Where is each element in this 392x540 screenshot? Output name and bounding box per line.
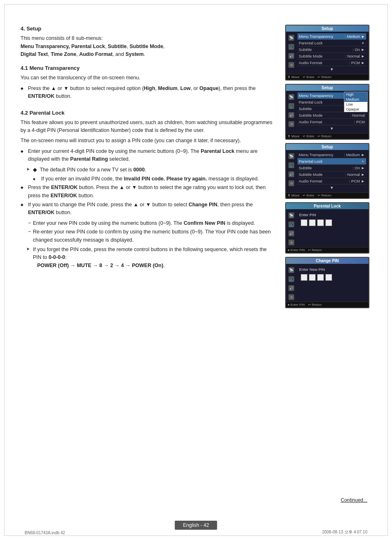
icon-gear2: ⚙	[288, 121, 294, 127]
continued-label: Continued...	[341, 497, 367, 503]
screen-3-bottom: ⬆ Move ↵ Enter ↩ Return	[286, 192, 369, 198]
pin-box-3	[317, 219, 324, 226]
page-number: English - 42	[175, 521, 217, 530]
section-4: 4. Setup This menu consists of 8 sub-men…	[21, 25, 273, 58]
section-4-submenus-bold: Menu Transparency, Parental Lock	[21, 44, 105, 49]
icon-gear4: ⚙	[288, 240, 294, 245]
screen-3-icons: 📡 📺 🔊 ⚙	[288, 152, 296, 191]
dropdown-opaque: Opaque	[344, 107, 367, 112]
screen-3-move: ⬆ Move	[288, 194, 300, 197]
section-4-2-bullet-3: If you want to change the PIN code, pres…	[21, 201, 273, 217]
screen-3-title: Setup	[286, 144, 369, 150]
screen-3-item-5: Audio Format: PCM ►	[297, 178, 366, 185]
screen-1-return: ↩ Return	[318, 75, 331, 79]
section-4-2-sub-3: If you forget the PIN code, press the re…	[21, 246, 273, 270]
screen-2-title: Setup	[286, 85, 369, 91]
icon-sound1: 🔊	[288, 53, 294, 59]
screen-2-move: ⬆ Move	[288, 134, 300, 138]
screen-3-return: ↩ Return	[318, 194, 331, 197]
screen-1-arrow-down: ▼	[297, 66, 366, 72]
screen-4-return: ↩ Return	[308, 248, 322, 252]
screens-column: Setup 📡 📺 🔊 ⚙ Menu Transparency: Medium …	[285, 25, 371, 515]
icon-sound5: 🔊	[288, 285, 294, 291]
screen-4-enter-pin-label: Enter PIN	[299, 212, 364, 217]
screen-1-item-3: Subtitle: On ►	[297, 46, 366, 53]
screen-3-item-4: Subtitle Mode: Normal ►	[297, 171, 366, 178]
dropdown-high: High	[344, 92, 367, 97]
screen-3-item-1: Menu Transparency: Medium ►	[297, 152, 366, 158]
screen-3-arrow-down: ▼	[297, 185, 366, 191]
pin-box-2	[309, 219, 316, 226]
screen-3-item-2: Parental Lock►	[297, 158, 366, 165]
section-4-2-heading: 4.2 Parental Lock	[21, 109, 273, 117]
screen-5: Change PIN 📡 📺 🔊 ⚙ Enter New PIN	[285, 257, 369, 308]
pin-box-5-4	[325, 274, 332, 281]
section-4-2-bullets2: Press the ENTER/OK button. Press the ▲ o…	[21, 184, 273, 217]
screen-4-pin-area: Enter PIN	[297, 211, 366, 245]
screen-1-item-1: Menu Transparency: Medium ►	[297, 33, 366, 40]
screen-5-enter-pin: ● Enter PIN	[288, 303, 305, 307]
dropdown-medium: Medium	[344, 97, 367, 102]
screen-3-menu: Menu Transparency: Medium ► Parental Loc…	[297, 152, 366, 191]
section-4-1-heading: 4.1 Menu Transparency	[21, 64, 273, 72]
pin-box-5-2	[309, 274, 316, 281]
section-4-1-bullet-1: Press the ▲ or ▼ button to select requir…	[21, 85, 273, 101]
section-4-2-dash-1: Enter your new PIN code by using the num…	[21, 219, 273, 227]
icon-antenna4: 📡	[288, 212, 294, 218]
section-4-2: 4.2 Parental Lock This feature allows yo…	[21, 109, 273, 270]
section-4-2-bullet-2: Press the ENTER/OK button. Press the ▲ o…	[21, 184, 273, 200]
screen-1-move: ⬆ Move	[288, 75, 300, 79]
section-4-2-sub-1: ◆ The default PIN code for a new TV set …	[21, 166, 273, 174]
screen-2-return: ↩ Return	[318, 134, 331, 138]
screen-1-icons: 📡 📺 🔊 ⚙	[288, 33, 296, 72]
icon-gear5: ⚙	[288, 294, 294, 300]
icon-sound3: 🔊	[288, 171, 294, 177]
section-4-2-bullets: Enter your current 4-digit PIN code by u…	[21, 148, 273, 164]
screen-2-icons: 📡 📺 🔊 ⚙	[288, 92, 296, 132]
screen-5-return: ↩ Return	[308, 303, 322, 307]
screen-5-bottom: ● Enter PIN ↩ Return	[286, 302, 369, 307]
screen-5-pin-boxes	[299, 274, 364, 281]
pin-box-1	[301, 219, 307, 226]
section-4-2-sub-2: If you enter an invalid PIN code, the In…	[21, 175, 273, 183]
screen-2-enter: ↵ Enter	[303, 134, 314, 138]
screen-1-enter: ↵ Enter	[303, 75, 314, 79]
screen-3-enter: ↵ Enter	[303, 194, 314, 197]
icon-gear1: ⚙	[288, 62, 294, 68]
screen-4-pin-boxes	[299, 219, 364, 226]
screen-5-pin-area: Enter New PIN	[297, 265, 366, 300]
screen-4: Parental Lock 📡 📺 🔊 ⚙ Enter PIN	[285, 202, 369, 254]
section-4-1-desc: You can set the translucency of the on-s…	[21, 74, 273, 82]
pin-box-5-3	[317, 274, 324, 281]
screen-2: Setup 📡 📺 🔊 ⚙ Menu Transparency Parental…	[285, 84, 369, 140]
icon-sound4: 🔊	[288, 231, 294, 236]
screen-1: Setup 📡 📺 🔊 ⚙ Menu Transparency: Medium …	[285, 25, 369, 81]
section-4-1-bullets: Press the ▲ or ▼ button to select requir…	[21, 85, 273, 101]
icon-sound2: 🔊	[288, 112, 294, 118]
screen-5-enter-pin-label: Enter New PIN	[299, 267, 364, 272]
icon-tv1: 📺	[288, 44, 294, 50]
screen-1-bottom: ⬆ Move ↵ Enter ↩ Return	[286, 74, 369, 80]
section-4-2-bullet-1: Enter your current 4-digit PIN code by u…	[21, 148, 273, 164]
screen-4-title: Parental Lock	[286, 203, 369, 209]
section-4-intro: This menu consists of 8 sub-menus: Menu …	[21, 35, 273, 58]
section-4-1: 4.1 Menu Transparency You can set the tr…	[21, 64, 273, 100]
screen-4-icons: 📡 📺 🔊 ⚙	[288, 211, 296, 245]
section-4-heading: 4. Setup	[21, 25, 273, 33]
screen-3: Setup 📡 📺 🔊 ⚙ Menu Transparency: Medium …	[285, 143, 369, 199]
screen-1-item-2: Parental Lock►	[297, 40, 366, 46]
screen-4-bottom: ● Enter PIN ↩ Return	[286, 247, 369, 253]
screen-4-enter-pin: ● Enter PIN	[288, 248, 305, 252]
screen-2-bottom: ⬆ Move ↵ Enter ↩ Return	[286, 133, 369, 139]
section-4-2-para1: This feature allows you to prevent unaut…	[21, 119, 273, 135]
icon-antenna3: 📡	[288, 153, 294, 159]
screen-1-menu: Menu Transparency: Medium ► Parental Loc…	[297, 33, 366, 72]
icon-tv3: 📺	[288, 162, 294, 168]
icon-antenna2: 📡	[288, 94, 294, 100]
screen-5-title: Change PIN	[286, 258, 369, 264]
screen-5-icons: 📡 📺 🔊 ⚙	[288, 265, 296, 300]
icon-antenna: 📡	[288, 35, 294, 41]
screen-2-item-4: Subtitle Mode: Normal	[297, 112, 366, 119]
pin-box-4	[325, 219, 332, 226]
section-4-2-dash-2: Re-enter your new PIN code to confirm by…	[21, 228, 273, 244]
